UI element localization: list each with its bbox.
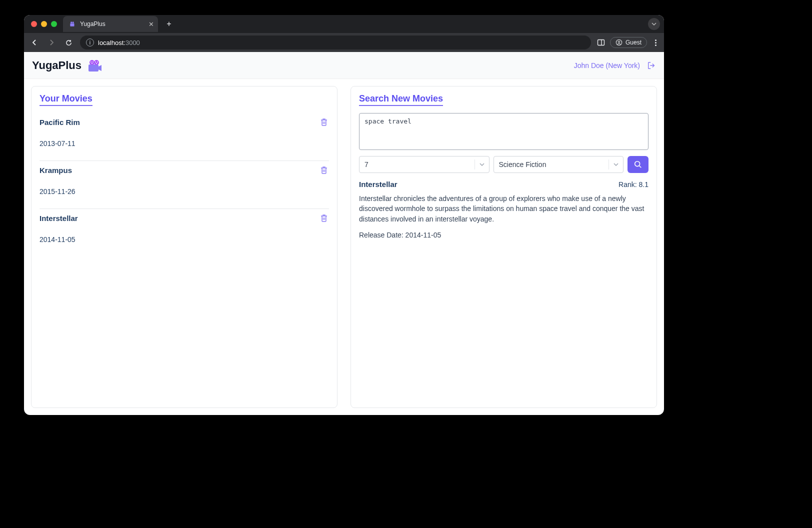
movie-title: Pacific Rim <box>40 118 329 126</box>
profile-button[interactable]: Guest <box>610 37 647 48</box>
svg-point-13 <box>97 62 98 62</box>
forward-button[interactable] <box>46 37 57 48</box>
your-movies-panel: Your Movies Pacific Rim 2013-07-11 Kramp… <box>31 86 338 408</box>
trash-icon <box>319 117 329 127</box>
address-bar[interactable]: i localhost:3000 <box>80 36 591 50</box>
tab-title: YugaPlus <box>80 20 106 28</box>
result-header: Interstellar Rank: 8.1 <box>359 180 648 188</box>
reload-button[interactable] <box>63 37 74 48</box>
search-icon <box>634 160 642 169</box>
search-panel-title: Search New Movies <box>359 94 443 106</box>
back-button[interactable] <box>29 37 40 48</box>
search-panel: Search New Movies 7 Science Fiction <box>350 86 657 408</box>
movie-item: Interstellar 2014-11-05 <box>40 209 329 256</box>
chevron-down-icon <box>479 162 485 168</box>
rank-select[interactable]: 7 <box>359 156 490 173</box>
tabs-dropdown-button[interactable] <box>648 18 660 30</box>
close-window-button[interactable] <box>31 21 37 27</box>
svg-point-8 <box>90 60 94 65</box>
titlebar: YugaPlus ✕ + <box>24 15 664 33</box>
movie-item: Pacific Rim 2013-07-11 <box>40 113 329 161</box>
logout-icon[interactable] <box>647 61 656 70</box>
browser-tab[interactable]: YugaPlus ✕ <box>63 16 158 32</box>
result-release-date: Release Date: 2014-11-05 <box>359 231 648 239</box>
your-movies-title: Your Movies <box>40 94 92 106</box>
app-body: Your Movies Pacific Rim 2013-07-11 Kramp… <box>24 79 664 415</box>
result-description: Interstellar chronicles the adventures o… <box>359 194 648 224</box>
tab-favicon-icon <box>69 20 76 28</box>
movie-title: Krampus <box>40 166 329 174</box>
result-rank: Rank: 8.1 <box>618 180 648 188</box>
rank-select-value: 7 <box>364 160 368 168</box>
search-controls: 7 Science Fiction <box>359 156 648 173</box>
delete-movie-button[interactable] <box>319 117 329 127</box>
tab-close-button[interactable]: ✕ <box>148 20 154 28</box>
genre-select-value: Science Fiction <box>499 160 546 168</box>
delete-movie-button[interactable] <box>319 165 329 175</box>
svg-point-10 <box>90 62 92 62</box>
svg-rect-7 <box>88 64 98 72</box>
trash-icon <box>319 213 329 223</box>
brand-label: YugaPlus <box>32 59 82 72</box>
svg-point-11 <box>92 62 94 62</box>
movie-date: 2015-11-26 <box>40 188 329 196</box>
user-icon <box>616 39 622 46</box>
result-title: Interstellar <box>359 180 398 188</box>
svg-point-16 <box>635 162 640 166</box>
url-port: 3000 <box>126 39 140 46</box>
svg-point-9 <box>94 60 99 65</box>
svg-point-2 <box>72 22 74 24</box>
url-host: localhost: <box>98 39 126 46</box>
svg-point-15 <box>96 63 97 64</box>
chevron-down-icon <box>613 162 619 168</box>
browser-window: YugaPlus ✕ + i localhost:3000 <box>24 15 664 415</box>
profile-label: Guest <box>626 39 642 46</box>
app-header: YugaPlus John Doe (New York) <box>24 52 664 79</box>
app-brand: YugaPlus <box>32 58 102 74</box>
movie-item: Krampus 2015-11-26 <box>40 161 329 209</box>
new-tab-button[interactable]: + <box>162 17 176 31</box>
genre-select[interactable]: Science Fiction <box>494 156 624 173</box>
svg-point-6 <box>618 41 620 43</box>
search-input[interactable] <box>359 113 648 150</box>
side-panel-icon[interactable] <box>597 38 605 46</box>
user-link[interactable]: John Doe (New York) <box>574 62 640 70</box>
minimize-window-button[interactable] <box>41 21 47 27</box>
svg-rect-3 <box>598 40 604 46</box>
delete-movie-button[interactable] <box>319 213 329 223</box>
browser-toolbar: i localhost:3000 Guest <box>24 33 664 52</box>
maximize-window-button[interactable] <box>51 21 57 27</box>
svg-line-17 <box>640 166 642 168</box>
window-controls <box>31 21 57 27</box>
movie-title: Interstellar <box>40 214 329 222</box>
browser-menu-button[interactable] <box>652 40 659 46</box>
svg-point-14 <box>92 63 92 64</box>
svg-point-1 <box>70 22 72 24</box>
movie-date: 2014-11-05 <box>40 236 329 244</box>
camera-icon <box>86 58 102 74</box>
svg-point-12 <box>95 62 96 62</box>
search-button[interactable] <box>628 156 648 173</box>
site-info-icon[interactable]: i <box>86 38 94 46</box>
svg-rect-0 <box>70 24 74 26</box>
trash-icon <box>319 165 329 175</box>
movie-date: 2013-07-11 <box>40 140 329 148</box>
